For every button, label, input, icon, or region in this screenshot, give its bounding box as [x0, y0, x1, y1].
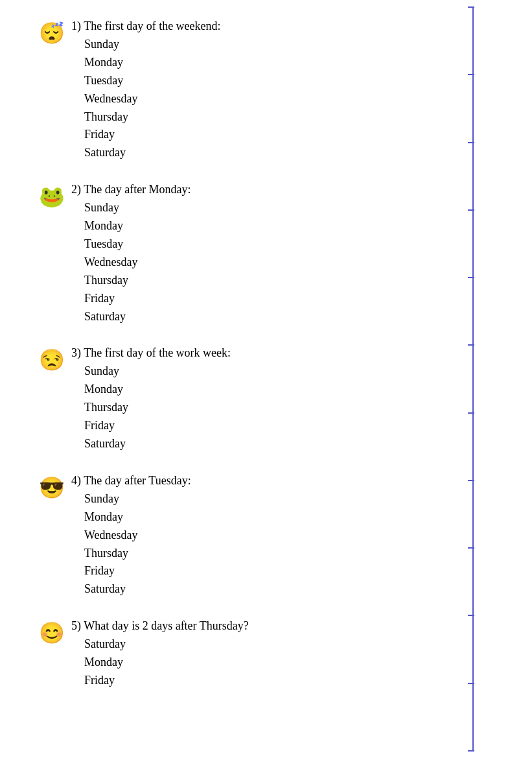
question-3-text: 3) The first day of the work week:: [71, 346, 493, 360]
option-item: Monday: [71, 381, 493, 399]
option-item: Sunday: [71, 362, 493, 381]
option-item: Friday: [71, 290, 493, 308]
question-5-text: 5) What day is 2 days after Thursday?: [71, 619, 493, 633]
question-5-emoji: 😊: [39, 621, 65, 645]
option-item: Friday: [71, 417, 493, 435]
margin-tick: [468, 750, 474, 752]
question-3-content: 3) The first day of the work week:Sunday…: [71, 346, 493, 453]
question-2-text: 2) The day after Monday:: [71, 183, 493, 196]
question-block-1: 😴1) The first day of the weekend:SundayM…: [39, 19, 493, 162]
option-item: Saturday: [71, 144, 493, 162]
option-item: Saturday: [71, 635, 493, 654]
question-2-options: SundayMondayTuesdayWednesdayThursdayFrid…: [71, 199, 493, 326]
question-5-content: 5) What day is 2 days after Thursday?Sat…: [71, 619, 493, 690]
question-1-options: SundayMondayTuesdayWednesdayThursdayFrid…: [71, 36, 493, 162]
question-2-content: 2) The day after Monday:SundayMondayTues…: [71, 183, 493, 326]
option-item: Wednesday: [71, 527, 493, 545]
option-item: Thursday: [71, 272, 493, 290]
option-item: Monday: [71, 508, 493, 527]
option-item: Tuesday: [71, 72, 493, 90]
option-item: Thursday: [71, 399, 493, 417]
option-item: Monday: [71, 217, 493, 235]
option-item: Thursday: [71, 108, 493, 126]
option-item: Monday: [71, 654, 493, 672]
option-item: Wednesday: [71, 254, 493, 272]
option-item: Sunday: [71, 199, 493, 217]
option-item: Saturday: [71, 435, 493, 453]
question-1-emoji: 😴: [39, 21, 65, 45]
margin-tick: [468, 6, 474, 8]
question-4-options: SundayMondayWednesdayThursdayFridaySatur…: [71, 490, 493, 598]
question-block-4: 😎4) The day after Tuesday:SundayMondayWe…: [39, 474, 493, 598]
questions-list: 😴1) The first day of the weekend:SundayM…: [39, 19, 493, 690]
question-4-content: 4) The day after Tuesday:SundayMondayWed…: [71, 474, 493, 598]
option-item: Tuesday: [71, 235, 493, 254]
question-3-emoji: 😒: [39, 348, 65, 372]
option-item: Wednesday: [71, 90, 493, 108]
option-item: Monday: [71, 54, 493, 72]
option-item: Sunday: [71, 490, 493, 508]
question-block-3: 😒3) The first day of the work week:Sunda…: [39, 346, 493, 453]
question-2-emoji: 🐸: [39, 184, 65, 209]
option-item: Friday: [71, 562, 493, 580]
question-block-5: 😊5) What day is 2 days after Thursday?Sa…: [39, 619, 493, 690]
option-item: Friday: [71, 126, 493, 144]
question-3-options: SundayMondayThursdayFridaySaturday: [71, 362, 493, 453]
question-1-content: 1) The first day of the weekend:SundayMo…: [71, 19, 493, 162]
option-item: Saturday: [71, 308, 493, 326]
option-item: Friday: [71, 672, 493, 690]
question-5-options: SaturdayMondayFriday: [71, 635, 493, 690]
option-item: Saturday: [71, 580, 493, 598]
question-4-emoji: 😎: [39, 475, 65, 500]
question-block-2: 🐸2) The day after Monday:SundayMondayTue…: [39, 183, 493, 326]
option-item: Thursday: [71, 545, 493, 563]
option-item: Sunday: [71, 36, 493, 54]
question-1-text: 1) The first day of the weekend:: [71, 19, 493, 33]
question-4-text: 4) The day after Tuesday:: [71, 474, 493, 488]
